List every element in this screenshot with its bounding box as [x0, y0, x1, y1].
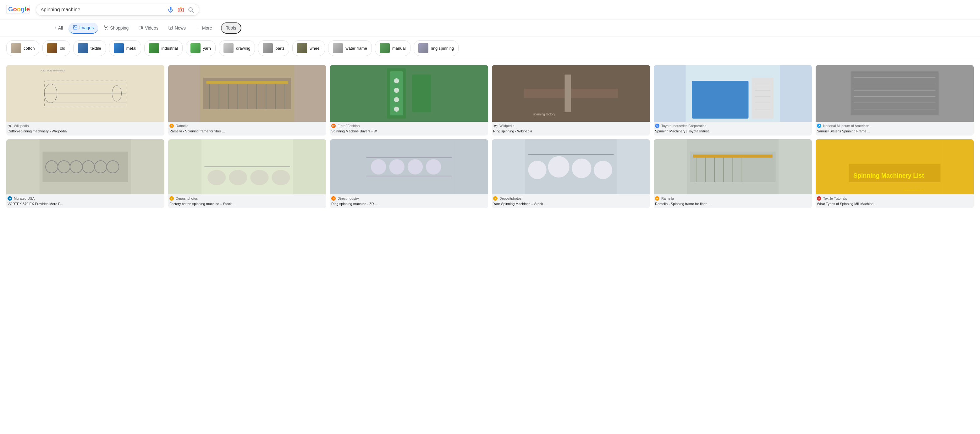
filter-thumb-textile — [78, 43, 88, 53]
image-card-img4[interactable]: spinning factory W Wikipedia Ring spinni… — [492, 65, 650, 136]
tools-label: Tools — [226, 26, 236, 30]
image-thumbnail-img11 — [654, 139, 812, 195]
source-icon-img9: ⊙ — [331, 196, 336, 201]
filter-chip-old[interactable]: old — [43, 40, 70, 56]
image-card-img5[interactable]: © Toyota Industries Corporation Spinning… — [654, 65, 812, 136]
svg-point-39 — [394, 88, 399, 93]
header: Google — [0, 0, 980, 20]
image-source-img6: ↗ National Museum of American History -.… — [816, 122, 974, 129]
svg-rect-74 — [250, 170, 269, 185]
filter-chip-manual[interactable]: manual — [375, 40, 410, 56]
image-card-img10[interactable]: d Depositphotos Yarn Spinning Machines –… — [492, 139, 650, 208]
tab-news-label: News — [175, 26, 186, 30]
image-card-img6[interactable]: ↗ National Museum of American History -.… — [816, 65, 974, 136]
back-arrow-icon: ‹ — [55, 26, 56, 30]
svg-point-3 — [180, 9, 182, 11]
search-button[interactable] — [188, 6, 194, 13]
filter-chip-industrial[interactable]: industrial — [144, 40, 183, 56]
tools-button[interactable]: Tools — [221, 22, 241, 34]
svg-point-88 — [594, 161, 612, 179]
image-source-img7: M Muratec-USA — [6, 195, 164, 201]
tab-images-label: Images — [79, 25, 94, 30]
image-card-img9[interactable]: ⊙ DirectIndustry Ring spinning machine -… — [330, 139, 488, 208]
image-card-img7[interactable]: M Muratec-USA VORTEX 870 EX Provides Mor… — [6, 139, 164, 208]
filter-chip-yarn[interactable]: yarn — [186, 40, 216, 56]
svg-point-79 — [389, 159, 404, 174]
image-thumbnail-img4: spinning factory — [492, 65, 650, 122]
image-title-img8: Factory cotton spinning machine – Stock … — [168, 201, 326, 208]
filter-chip-drawing[interactable]: drawing — [219, 40, 255, 56]
image-card-img11[interactable]: R Ramella Ramella - Spinning frame for f… — [654, 139, 812, 208]
filter-label-parts: parts — [275, 46, 285, 51]
image-row-2: M Muratec-USA VORTEX 870 EX Provides Mor… — [6, 139, 974, 208]
svg-rect-25 — [207, 81, 288, 84]
filter-chip-textile[interactable]: textile — [73, 40, 106, 56]
filter-chip-parts[interactable]: parts — [258, 40, 289, 56]
image-thumbnail-img8 — [168, 139, 326, 195]
filter-chip-water_frame[interactable]: water frame — [328, 40, 372, 56]
camera-search-button[interactable] — [178, 6, 184, 13]
image-card-img8[interactable]: d Depositphotos Factory cotton spinning … — [168, 139, 326, 208]
more-dots-icon: ⋮ — [196, 26, 200, 30]
google-logo[interactable]: Google — [6, 5, 30, 15]
tab-shopping-label: Shopping — [110, 26, 129, 30]
image-card-img12[interactable]: Spinning Machinery Listnexttextiletutori… — [816, 139, 974, 208]
svg-line-5 — [192, 11, 194, 13]
filter-chip-ring_spinning[interactable]: ring spinning — [414, 40, 459, 56]
filter-thumb-industrial — [149, 43, 159, 53]
svg-text:Spinning Machinery List: Spinning Machinery List — [853, 172, 924, 179]
image-title-img5: Spinning Machinery | Toyota Indust... — [654, 129, 812, 136]
tab-images[interactable]: Images — [68, 22, 98, 34]
image-title-img7: VORTEX 870 EX Provides More P... — [6, 201, 164, 208]
image-thumbnail-img1: COTTON SPINNING. — [6, 65, 164, 122]
filter-label-metal: metal — [126, 46, 137, 51]
filter-chip-cotton[interactable]: cotton — [6, 40, 39, 56]
image-thumbnail-img2 — [168, 65, 326, 122]
image-title-img11: Ramella - Spinning frame for fiber ... — [654, 201, 812, 208]
image-card-img3[interactable]: FF Fibre2Fashion Spinning Machine Buyers… — [330, 65, 488, 136]
source-name-img12: Textile Tutorials — [823, 196, 847, 200]
filter-thumb-drawing — [223, 43, 234, 53]
camera-icon — [178, 6, 184, 13]
image-card-img1[interactable]: COTTON SPINNING. W Wikipedia Cotton-spin… — [6, 65, 164, 136]
svg-rect-73 — [229, 170, 247, 185]
shopping-icon — [104, 26, 108, 31]
filter-thumb-wheel — [297, 43, 307, 53]
filter-thumb-manual — [380, 43, 390, 53]
search-input[interactable] — [41, 7, 164, 13]
source-name-img5: Toyota Industries Corporation — [661, 124, 706, 128]
filter-thumb-old — [47, 43, 57, 53]
filter-chip-wheel[interactable]: wheel — [292, 40, 325, 56]
source-icon-img5: © — [655, 124, 659, 128]
tab-shopping[interactable]: Shopping — [99, 23, 133, 34]
image-thumbnail-img10 — [492, 139, 650, 195]
filter-thumb-metal — [114, 43, 124, 53]
source-name-img3: Fibre2Fashion — [337, 124, 360, 128]
tab-videos[interactable]: Videos — [134, 23, 163, 34]
source-name-img6: National Museum of American History -... — [823, 124, 873, 128]
source-name-img1: Wikipedia — [14, 124, 29, 128]
image-source-img12: TX Textile Tutorials — [816, 195, 974, 201]
image-source-img3: FF Fibre2Fashion — [330, 122, 488, 129]
tab-more-label: More — [202, 26, 212, 30]
filter-chip-metal[interactable]: metal — [109, 40, 141, 56]
source-icon-img12: TX — [817, 196, 821, 201]
image-source-img2: R Ramella — [168, 122, 326, 129]
filter-label-ring_spinning: ring spinning — [431, 46, 454, 51]
filter-thumb-cotton — [11, 43, 21, 53]
filter-label-yarn: yarn — [203, 46, 211, 51]
tab-all[interactable]: ‹ All — [50, 23, 67, 33]
filter-thumb-yarn — [191, 43, 200, 53]
svg-rect-10 — [139, 26, 142, 29]
image-title-img3: Spinning Machine Buyers - W... — [330, 129, 488, 136]
tab-news[interactable]: News — [164, 23, 190, 34]
filter-label-wheel: wheel — [310, 46, 320, 51]
svg-point-8 — [105, 29, 106, 30]
svg-rect-35 — [362, 65, 457, 122]
svg-point-40 — [394, 97, 399, 102]
image-title-img1: Cotton-spinning machinery - Wikipedia — [6, 129, 164, 136]
news-icon — [169, 26, 173, 31]
image-card-img2[interactable]: R Ramella Ramella - Spinning frame for f… — [168, 65, 326, 136]
microphone-button[interactable] — [167, 6, 174, 13]
tab-more[interactable]: ⋮ More — [191, 23, 216, 33]
